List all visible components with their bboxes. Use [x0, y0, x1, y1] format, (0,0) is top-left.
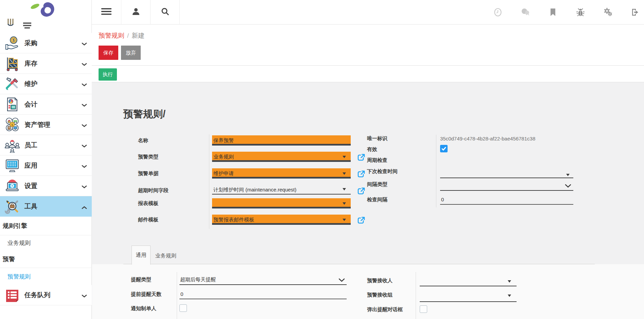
field-underline [420, 301, 517, 302]
label-field-divider [416, 272, 416, 319]
inventory-icon [5, 56, 20, 71]
name-input[interactable]: 保养预警 [212, 135, 351, 146]
clipped-icon [6, 19, 15, 30]
external-link-icon[interactable] [357, 153, 366, 162]
field-label-notify-creator: 通知制单人 [131, 305, 156, 312]
tab-business-rules[interactable]: 业务规则 [155, 252, 176, 259]
chevron-down-icon [82, 82, 87, 86]
history-clock-icon[interactable] [493, 8, 502, 17]
app-logo-icon[interactable] [29, 2, 57, 19]
tab-general[interactable]: 通用 [132, 246, 151, 265]
chevron-down-icon [82, 164, 87, 167]
caret-down-icon [343, 156, 346, 158]
discard-button[interactable]: 放弃 [121, 46, 141, 60]
active-checkbox[interactable] [440, 145, 448, 152]
caret-down-icon [343, 219, 346, 221]
external-link-icon[interactable] [357, 187, 366, 196]
sidebar-item-task-queue[interactable]: 任务队列 [0, 285, 92, 305]
clipped-label-fragment [22, 22, 32, 29]
chat-icon[interactable] [521, 8, 530, 17]
sidebar-item-label: 应用 [24, 161, 37, 170]
sidebar-item-asset-management[interactable]: $ 资产管理 [0, 115, 92, 135]
field-underline [179, 284, 347, 285]
field-label-uuid: 唯一标识 [367, 135, 387, 142]
notify-creator-checkbox[interactable] [179, 304, 187, 312]
chevron-down-icon [82, 123, 87, 127]
report-template-select[interactable] [212, 198, 351, 208]
save-button[interactable]: 保存 [99, 46, 118, 60]
menu-toggle-button[interactable] [92, 0, 121, 24]
chevron-down-icon [82, 293, 87, 297]
field-label-alert-type: 预警类型 [138, 154, 158, 160]
user-menu-button[interactable] [121, 0, 151, 24]
svg-text:$: $ [13, 38, 15, 42]
sidebar-item-label: 资产管理 [24, 120, 50, 129]
breadcrumb-root[interactable]: 预警规则 [99, 32, 124, 39]
sidebar-item-apps[interactable]: 应用 [0, 155, 92, 176]
sidebar-item-accounting[interactable]: 会计 [0, 94, 92, 115]
alert-type-select[interactable]: 业务规则 [212, 152, 351, 162]
alert-doc-select[interactable]: 维护申请 [212, 168, 351, 179]
external-link-icon[interactable] [357, 170, 366, 179]
maintenance-icon [5, 77, 20, 91]
popup-dialog-checkbox[interactable] [420, 305, 427, 313]
chevron-down-icon [565, 183, 571, 187]
search-button[interactable] [151, 0, 180, 24]
tab-strip-border [123, 264, 595, 264]
sidebar-item-procurement[interactable]: $ 采购 [0, 33, 92, 53]
bug-icon[interactable] [576, 8, 585, 17]
sidebar-item-maintenance[interactable]: 维护 [0, 74, 92, 94]
sidebar-item-clipped[interactable] [0, 17, 92, 33]
field-label-name: 名称 [138, 137, 148, 144]
sidebar-item-label: 会计 [24, 100, 37, 109]
procurement-icon: $ [5, 36, 20, 51]
sidebar-item-inventory[interactable]: 库存 [0, 53, 92, 74]
bookmark-icon[interactable] [549, 8, 557, 17]
sidebar-item-label: 库存 [24, 59, 37, 68]
field-label-popup-dialog: 弹出提醒对话框 [367, 306, 403, 313]
task-queue-icon [5, 288, 20, 303]
field-label-interval-type: 间隔类型 [367, 181, 387, 188]
remind-type-select[interactable]: 超期后每天提醒 [180, 276, 216, 283]
svg-text:$: $ [11, 123, 13, 126]
label-field-divider [177, 272, 177, 319]
label-field-divider [436, 135, 436, 207]
field-label-remind-type: 提醒类型 [131, 276, 151, 283]
external-link-icon[interactable] [357, 216, 366, 225]
advance-days-input[interactable]: 0 [180, 291, 183, 297]
sidebar-item-label: 采购 [24, 39, 37, 48]
field-underline [440, 178, 573, 178]
caret-down-icon [508, 295, 511, 297]
sidebar-item-label: 任务队列 [24, 291, 50, 300]
page-title: 预警规则/ [123, 107, 166, 121]
control-strip [92, 24, 644, 66]
logout-icon[interactable] [631, 8, 640, 17]
check-interval-input[interactable]: 0 [441, 197, 444, 202]
action-strip [92, 66, 644, 82]
caret-down-icon [343, 202, 346, 205]
sidebar-item-settings[interactable]: 设置 [0, 176, 92, 196]
employees-icon [5, 138, 20, 153]
gears-icon[interactable] [604, 8, 612, 17]
sidebar-section-alert: 预警 [0, 251, 92, 268]
sidebar-item-label: 设置 [24, 182, 37, 190]
sidebar-item-business-rules[interactable]: 业务规则 [0, 235, 92, 251]
sidebar-item-employees[interactable]: 员工 [0, 135, 92, 155]
sidebar-menu: $ 采购 库存 维护 会计 $ 资产管理 [0, 33, 92, 305]
accounting-icon [5, 97, 20, 112]
overdue-field-select[interactable]: 计划维护时间 (maintenance.request) [213, 187, 296, 193]
field-underline [212, 194, 351, 195]
field-underline [440, 204, 573, 205]
field-label-active: 有效 [367, 146, 377, 153]
chevron-down-icon [82, 62, 87, 65]
field-label-alert-doc: 预警单据 [138, 170, 158, 177]
field-label-receiver-groups: 预警接收组 [367, 292, 393, 298]
breadcrumb-separator: / [124, 32, 132, 39]
label-field-divider [209, 134, 209, 229]
chevron-up-icon [82, 204, 87, 208]
sidebar-item-label: 维护 [24, 80, 37, 88]
sidebar-item-tools[interactable]: 工具 [0, 196, 92, 217]
execute-button[interactable]: 执行 [99, 68, 117, 81]
mail-template-select[interactable]: 预警报表邮件模板 [212, 215, 351, 225]
sidebar-item-alert-rules[interactable]: 预警规则 [0, 268, 92, 285]
